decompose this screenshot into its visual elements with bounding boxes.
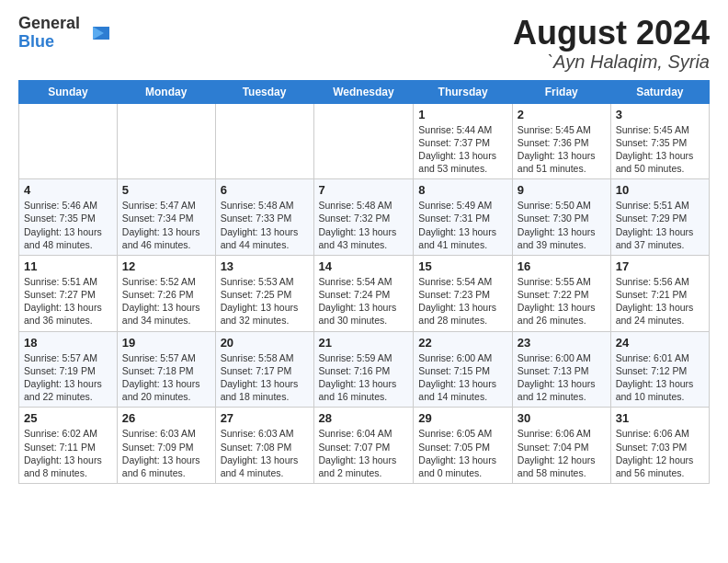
day-number: 29: [418, 411, 507, 425]
day-number: 7: [319, 183, 409, 197]
logo-general-text: General: [18, 15, 80, 33]
calendar-week-1: 1Sunrise: 5:44 AM Sunset: 7:37 PM Daylig…: [19, 103, 710, 179]
day-info: Sunrise: 5:51 AM Sunset: 7:27 PM Dayligh…: [24, 275, 112, 327]
calendar-cell: 27Sunrise: 6:03 AM Sunset: 7:08 PM Dayli…: [215, 408, 313, 484]
day-info: Sunrise: 6:05 AM Sunset: 7:05 PM Dayligh…: [418, 427, 507, 479]
logo-icon: [84, 19, 111, 47]
day-number: 13: [221, 259, 309, 273]
day-number: 10: [616, 183, 704, 197]
calendar-cell: [313, 103, 414, 179]
calendar-cell: 2Sunrise: 5:45 AM Sunset: 7:36 PM Daylig…: [512, 103, 610, 179]
calendar-cell: 13Sunrise: 5:53 AM Sunset: 7:25 PM Dayli…: [215, 255, 313, 331]
calendar-cell: 6Sunrise: 5:48 AM Sunset: 7:33 PM Daylig…: [215, 179, 313, 256]
weekday-header-thursday: Thursday: [414, 80, 513, 103]
calendar-cell: 18Sunrise: 5:57 AM Sunset: 7:19 PM Dayli…: [19, 331, 118, 408]
calendar-cell: 11Sunrise: 5:51 AM Sunset: 7:27 PM Dayli…: [19, 255, 118, 331]
calendar-cell: 5Sunrise: 5:47 AM Sunset: 7:34 PM Daylig…: [117, 179, 215, 256]
day-info: Sunrise: 5:51 AM Sunset: 7:29 PM Dayligh…: [616, 199, 704, 251]
calendar-cell: 16Sunrise: 5:55 AM Sunset: 7:22 PM Dayli…: [512, 255, 610, 331]
weekday-header-friday: Friday: [512, 80, 610, 103]
calendar-cell: 29Sunrise: 6:05 AM Sunset: 7:05 PM Dayli…: [414, 408, 513, 484]
day-number: 28: [319, 411, 409, 425]
calendar-cell: 1Sunrise: 5:44 AM Sunset: 7:37 PM Daylig…: [414, 103, 513, 179]
calendar-cell: 28Sunrise: 6:04 AM Sunset: 7:07 PM Dayli…: [313, 408, 414, 484]
title-location: `Ayn Halaqim, Syria: [513, 52, 710, 73]
calendar-cell: [215, 103, 313, 179]
day-number: 21: [319, 336, 409, 350]
calendar-week-4: 18Sunrise: 5:57 AM Sunset: 7:19 PM Dayli…: [19, 331, 710, 408]
day-info: Sunrise: 5:57 AM Sunset: 7:19 PM Dayligh…: [24, 351, 112, 404]
day-number: 16: [518, 259, 606, 273]
day-number: 30: [518, 411, 606, 425]
title-month: August 2024: [513, 15, 710, 52]
day-number: 31: [616, 411, 704, 425]
day-number: 24: [616, 336, 704, 350]
day-info: Sunrise: 6:06 AM Sunset: 7:04 PM Dayligh…: [518, 427, 606, 479]
calendar-cell: 15Sunrise: 5:54 AM Sunset: 7:23 PM Dayli…: [414, 255, 513, 331]
day-info: Sunrise: 5:53 AM Sunset: 7:25 PM Dayligh…: [221, 275, 309, 327]
day-number: 12: [122, 259, 210, 273]
day-info: Sunrise: 6:04 AM Sunset: 7:07 PM Dayligh…: [319, 427, 409, 479]
day-info: Sunrise: 5:49 AM Sunset: 7:31 PM Dayligh…: [418, 199, 507, 251]
day-info: Sunrise: 5:48 AM Sunset: 7:33 PM Dayligh…: [221, 199, 309, 251]
day-info: Sunrise: 6:00 AM Sunset: 7:13 PM Dayligh…: [518, 351, 606, 404]
calendar-week-5: 25Sunrise: 6:02 AM Sunset: 7:11 PM Dayli…: [19, 408, 710, 484]
calendar-week-2: 4Sunrise: 5:46 AM Sunset: 7:35 PM Daylig…: [19, 179, 710, 256]
day-info: Sunrise: 5:59 AM Sunset: 7:16 PM Dayligh…: [319, 351, 409, 404]
day-info: Sunrise: 5:46 AM Sunset: 7:35 PM Dayligh…: [24, 199, 112, 251]
day-number: 4: [24, 183, 112, 197]
day-info: Sunrise: 6:00 AM Sunset: 7:15 PM Dayligh…: [418, 351, 507, 404]
calendar-page: General Blue August 2024 `Ayn Halaqim, S…: [0, 0, 728, 499]
calendar-cell: 17Sunrise: 5:56 AM Sunset: 7:21 PM Dayli…: [610, 255, 709, 331]
logo-blue-text: Blue: [18, 33, 80, 52]
day-info: Sunrise: 5:48 AM Sunset: 7:32 PM Dayligh…: [319, 199, 409, 251]
calendar-week-3: 11Sunrise: 5:51 AM Sunset: 7:27 PM Dayli…: [19, 255, 710, 331]
day-info: Sunrise: 6:01 AM Sunset: 7:12 PM Dayligh…: [616, 351, 704, 404]
calendar-cell: 24Sunrise: 6:01 AM Sunset: 7:12 PM Dayli…: [610, 331, 709, 408]
weekday-header-tuesday: Tuesday: [215, 80, 313, 103]
calendar-table: SundayMondayTuesdayWednesdayThursdayFrid…: [18, 80, 710, 484]
day-number: 23: [518, 336, 606, 350]
day-info: Sunrise: 6:06 AM Sunset: 7:03 PM Dayligh…: [616, 427, 704, 479]
day-info: Sunrise: 5:54 AM Sunset: 7:24 PM Dayligh…: [319, 275, 409, 327]
calendar-cell: 26Sunrise: 6:03 AM Sunset: 7:09 PM Dayli…: [117, 408, 215, 484]
weekday-header-wednesday: Wednesday: [313, 80, 414, 103]
day-number: 15: [418, 259, 507, 273]
calendar-cell: 30Sunrise: 6:06 AM Sunset: 7:04 PM Dayli…: [512, 408, 610, 484]
page-header: General Blue August 2024 `Ayn Halaqim, S…: [18, 15, 710, 73]
day-number: 5: [122, 183, 210, 197]
day-info: Sunrise: 5:58 AM Sunset: 7:17 PM Dayligh…: [221, 351, 309, 404]
day-info: Sunrise: 6:02 AM Sunset: 7:11 PM Dayligh…: [24, 427, 112, 479]
calendar-cell: 7Sunrise: 5:48 AM Sunset: 7:32 PM Daylig…: [313, 179, 414, 256]
day-number: 11: [24, 259, 112, 273]
day-number: 22: [418, 336, 507, 350]
day-info: Sunrise: 6:03 AM Sunset: 7:08 PM Dayligh…: [221, 427, 309, 479]
calendar-cell: [117, 103, 215, 179]
calendar-cell: 25Sunrise: 6:02 AM Sunset: 7:11 PM Dayli…: [19, 408, 118, 484]
day-number: 26: [122, 411, 210, 425]
title-block: August 2024 `Ayn Halaqim, Syria: [513, 15, 710, 73]
weekday-header-saturday: Saturday: [610, 80, 709, 103]
day-number: 20: [221, 336, 309, 350]
calendar-cell: 3Sunrise: 5:45 AM Sunset: 7:35 PM Daylig…: [610, 103, 709, 179]
weekday-header-sunday: Sunday: [19, 80, 118, 103]
calendar-cell: 23Sunrise: 6:00 AM Sunset: 7:13 PM Dayli…: [512, 331, 610, 408]
day-number: 14: [319, 259, 409, 273]
day-number: 6: [221, 183, 309, 197]
logo: General Blue: [18, 15, 111, 52]
calendar-cell: 4Sunrise: 5:46 AM Sunset: 7:35 PM Daylig…: [19, 179, 118, 256]
day-number: 18: [24, 336, 112, 350]
calendar-cell: 21Sunrise: 5:59 AM Sunset: 7:16 PM Dayli…: [313, 331, 414, 408]
day-info: Sunrise: 5:56 AM Sunset: 7:21 PM Dayligh…: [616, 275, 704, 327]
day-info: Sunrise: 5:45 AM Sunset: 7:36 PM Dayligh…: [518, 123, 606, 176]
day-number: 3: [616, 108, 704, 121]
day-number: 1: [418, 108, 507, 121]
weekday-header-monday: Monday: [117, 80, 215, 103]
day-info: Sunrise: 5:54 AM Sunset: 7:23 PM Dayligh…: [418, 275, 507, 327]
day-info: Sunrise: 5:45 AM Sunset: 7:35 PM Dayligh…: [616, 123, 704, 176]
calendar-cell: 31Sunrise: 6:06 AM Sunset: 7:03 PM Dayli…: [610, 408, 709, 484]
calendar-cell: 14Sunrise: 5:54 AM Sunset: 7:24 PM Dayli…: [313, 255, 414, 331]
day-number: 9: [518, 183, 606, 197]
calendar-cell: 20Sunrise: 5:58 AM Sunset: 7:17 PM Dayli…: [215, 331, 313, 408]
day-number: 8: [418, 183, 507, 197]
